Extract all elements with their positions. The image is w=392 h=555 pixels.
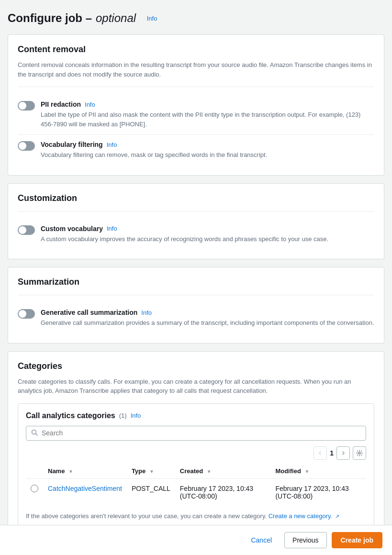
vocabulary-filtering-description: Vocabulary filtering can remove, mask or…	[41, 150, 267, 160]
col-created: Created ▼	[175, 464, 271, 479]
custom-vocabulary-info-link[interactable]: Info	[107, 225, 117, 232]
col-type: Type ▼	[127, 464, 175, 479]
pii-redaction-info-link[interactable]: Info	[85, 101, 95, 108]
categories-card: Categories Create categories to classify…	[8, 351, 384, 539]
content-removal-card: Content removal Content removal conceals…	[8, 34, 384, 176]
vocabulary-filtering-info-link[interactable]: Info	[107, 141, 117, 148]
custom-vocabulary-description: A custom vocabulary improves the accurac…	[41, 234, 328, 244]
pii-redaction-toggle[interactable]	[18, 101, 35, 111]
pii-redaction-row: PII redaction Info Label the type of PII…	[18, 95, 374, 134]
custom-vocabulary-toggle[interactable]	[18, 225, 35, 235]
create-job-button[interactable]: Create job	[332, 532, 382, 548]
row-modified: February 17 2023, 10:43 (UTC-08:00)	[270, 478, 366, 506]
customization-card: Customization Custom vocabulary Info A c…	[8, 183, 384, 260]
table-row: CatchNegativeSentiment POST_CALL Februar…	[26, 478, 366, 506]
search-input[interactable]	[42, 429, 361, 437]
customization-title: Customization	[18, 193, 374, 203]
svg-point-2	[358, 452, 360, 454]
pagination-next-button[interactable]	[336, 446, 350, 460]
categories-title: Categories	[18, 361, 374, 371]
name-sort-icon[interactable]: ▼	[68, 469, 73, 474]
row-radio[interactable]	[31, 485, 38, 492]
footer-note: If the above categories aren't relevant …	[26, 511, 366, 521]
generative-call-row: Generative call summarization Info Gener…	[18, 303, 374, 333]
vocabulary-filtering-row: Vocabulary filtering Info Vocabulary fil…	[18, 134, 374, 166]
action-bar: Cancel Previous Create job	[0, 525, 392, 555]
svg-line-1	[36, 433, 38, 435]
created-sort-icon[interactable]: ▼	[207, 469, 212, 474]
generative-call-description: Generative call summarization provides a…	[41, 318, 374, 328]
external-link-icon: ↗	[335, 513, 339, 519]
page-title: Configure job – optional Info	[8, 11, 384, 25]
col-select	[26, 464, 43, 479]
summarization-title: Summarization	[18, 277, 374, 287]
content-removal-description: Content removal conceals information in …	[18, 60, 374, 79]
generative-call-label: Generative call summarization	[41, 309, 137, 316]
custom-vocabulary-row: Custom vocabulary Info A custom vocabula…	[18, 219, 374, 250]
summarization-card: Summarization Generative call summarizat…	[8, 267, 384, 344]
generative-call-toggle[interactable]	[18, 309, 35, 319]
cancel-button[interactable]: Cancel	[243, 532, 280, 548]
vocabulary-filtering-label: Vocabulary filtering	[41, 141, 103, 148]
modified-sort-icon[interactable]: ▼	[304, 469, 309, 474]
pagination-current: 1	[330, 449, 334, 457]
previous-button[interactable]: Previous	[284, 532, 326, 548]
generative-call-info-link[interactable]: Info	[141, 309, 152, 316]
row-created: February 17 2023, 10:43 (UTC-08:00)	[175, 478, 271, 506]
settings-button[interactable]	[353, 446, 366, 460]
call-analytics-inner-card: Call analytics categories (1) Info	[18, 403, 374, 529]
row-type: POST_CALL	[127, 478, 175, 506]
pagination-prev-button[interactable]	[314, 446, 327, 460]
inner-card-title: Call analytics categories	[26, 411, 115, 420]
pagination-row: 1	[26, 446, 366, 460]
col-name: Name ▼	[43, 464, 127, 479]
col-modified: Modified ▼	[270, 464, 366, 479]
row-name-link[interactable]: CatchNegativeSentiment	[48, 485, 122, 492]
page-title-info-link[interactable]: Info	[147, 15, 157, 22]
type-sort-icon[interactable]: ▼	[149, 469, 154, 474]
categories-description: Create categories to classify calls. For…	[18, 377, 374, 396]
inner-card-info-link[interactable]: Info	[131, 412, 141, 419]
search-bar	[26, 426, 366, 441]
categories-table: Name ▼ Type ▼ Created ▼ Modified	[26, 464, 366, 506]
search-icon	[31, 429, 38, 437]
pii-redaction-label: PII redaction	[41, 100, 81, 108]
pii-redaction-description: Label the type of PII and also mask the …	[41, 110, 374, 129]
create-new-category-link[interactable]: Create a new category. ↗	[269, 512, 339, 520]
count-badge: (1)	[119, 412, 127, 419]
vocabulary-filtering-toggle[interactable]	[18, 141, 35, 151]
custom-vocabulary-label: Custom vocabulary	[41, 225, 103, 233]
content-removal-title: Content removal	[18, 44, 374, 55]
